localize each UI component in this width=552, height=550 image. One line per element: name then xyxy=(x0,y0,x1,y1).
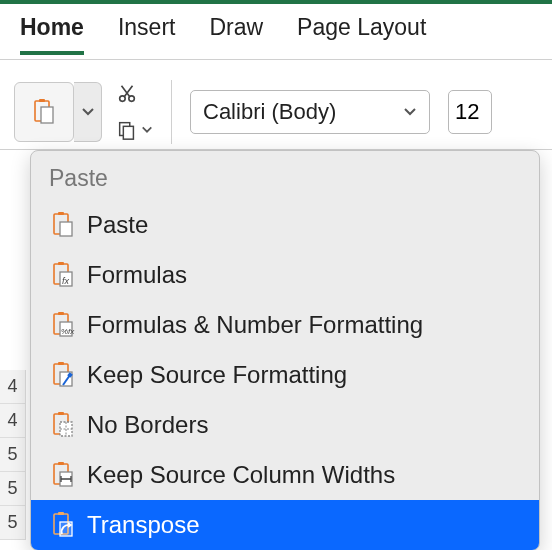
ribbon: Calibri (Body) 12 xyxy=(0,60,552,150)
tab-insert[interactable]: Insert xyxy=(118,14,176,51)
menu-item-label: Keep Source Formatting xyxy=(87,361,347,389)
menu-item-paste[interactable]: Paste xyxy=(31,200,539,250)
menu-item-formulas[interactable]: fx Formulas xyxy=(31,250,539,300)
svg-rect-23 xyxy=(58,412,64,415)
chevron-down-icon xyxy=(81,107,95,117)
menu-item-keep-column-widths[interactable]: Keep Source Column Widths xyxy=(31,450,539,500)
row-headers: 4 4 5 5 5 xyxy=(0,370,26,540)
clipboard-formula-icon: fx xyxy=(49,261,77,289)
svg-rect-1 xyxy=(39,99,45,102)
tab-draw[interactable]: Draw xyxy=(209,14,263,51)
font-family-select[interactable]: Calibri (Body) xyxy=(190,90,430,134)
clipboard-paste-icon xyxy=(49,211,77,239)
paste-button[interactable] xyxy=(14,82,74,142)
menu-item-transpose[interactable]: Transpose xyxy=(31,500,539,550)
tab-home[interactable]: Home xyxy=(20,14,84,55)
svg-text:fx: fx xyxy=(62,276,70,286)
tab-page-layout[interactable]: Page Layout xyxy=(297,14,426,51)
ribbon-tabs: Home Insert Draw Page Layout xyxy=(0,4,552,60)
chevron-down-icon xyxy=(141,125,153,135)
cut-button[interactable] xyxy=(116,80,153,108)
row-header[interactable]: 5 xyxy=(0,506,26,540)
menu-item-label: Transpose xyxy=(87,511,200,539)
clipboard-noborders-icon xyxy=(49,411,77,439)
menu-item-keep-source-formatting[interactable]: Keep Source Formatting xyxy=(31,350,539,400)
menu-item-formulas-number-format[interactable]: %fx Formulas & Number Formatting xyxy=(31,300,539,350)
row-header[interactable]: 4 xyxy=(0,370,26,404)
menu-item-label: Paste xyxy=(87,211,148,239)
row-header[interactable]: 5 xyxy=(0,438,26,472)
menu-item-label: Formulas xyxy=(87,261,187,289)
menu-section-header: Paste xyxy=(31,151,539,200)
row-header[interactable]: 5 xyxy=(0,472,26,506)
chevron-down-icon xyxy=(403,107,417,117)
clipboard-paste-icon xyxy=(30,98,58,126)
copy-icon xyxy=(116,119,138,141)
clipboard-transpose-icon xyxy=(49,511,77,539)
svg-rect-2 xyxy=(41,107,53,123)
scissors-icon xyxy=(116,83,138,105)
font-size-value: 12 xyxy=(455,99,479,125)
menu-item-label: Formulas & Number Formatting xyxy=(87,311,423,339)
svg-rect-29 xyxy=(58,512,64,515)
svg-rect-8 xyxy=(58,212,64,215)
font-family-value: Calibri (Body) xyxy=(203,99,336,125)
clipboard-brush-icon xyxy=(49,361,77,389)
menu-item-label: Keep Source Column Widths xyxy=(87,461,395,489)
row-header[interactable]: 4 xyxy=(0,404,26,438)
svg-rect-15 xyxy=(58,312,64,315)
paste-options-menu: Paste Paste fx Formulas %fx Formulas & N… xyxy=(30,150,540,550)
menu-item-no-borders[interactable]: No Borders xyxy=(31,400,539,450)
copy-button[interactable] xyxy=(116,116,153,144)
svg-rect-9 xyxy=(60,222,72,236)
font-size-select[interactable]: 12 xyxy=(448,90,492,134)
clipboard-percent-icon: %fx xyxy=(49,311,77,339)
menu-item-label: No Borders xyxy=(87,411,208,439)
svg-rect-19 xyxy=(58,362,64,365)
paste-dropdown[interactable] xyxy=(74,82,102,142)
svg-rect-11 xyxy=(58,262,64,265)
svg-rect-6 xyxy=(123,126,133,139)
clipboard-width-icon xyxy=(49,461,77,489)
svg-text:%fx: %fx xyxy=(61,327,75,336)
svg-rect-26 xyxy=(58,462,64,465)
